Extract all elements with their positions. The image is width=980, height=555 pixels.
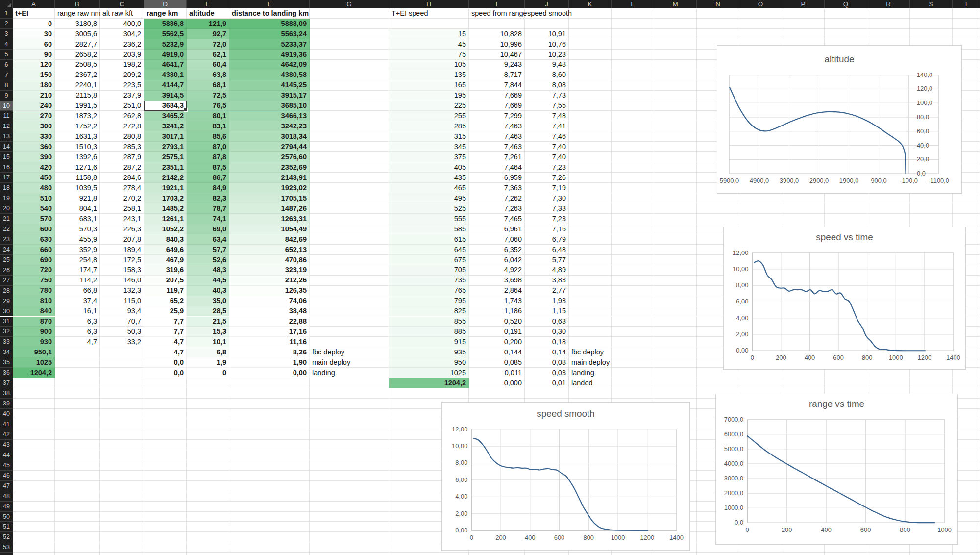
column-header-I[interactable]: I — [469, 0, 525, 8]
cell-C12[interactable]: 272,8 — [100, 121, 144, 131]
cell-F3[interactable]: 5563,24 — [229, 29, 310, 39]
cell-L16[interactable] — [612, 162, 654, 173]
cell-G25[interactable] — [310, 255, 389, 265]
cell-G34[interactable]: fbc deploy — [310, 347, 389, 357]
cell-C5[interactable]: 203,9 — [100, 50, 144, 60]
cell-B54[interactable] — [55, 553, 100, 555]
cell-N3[interactable] — [697, 29, 739, 39]
cell-J17[interactable]: 7,26 — [525, 173, 569, 183]
cell-S1[interactable] — [910, 8, 953, 19]
cell-J34[interactable]: 0,14 — [525, 347, 569, 357]
cell-G45[interactable] — [310, 460, 389, 471]
cell-D8[interactable]: 4144,7 — [144, 80, 187, 91]
cell-L9[interactable] — [612, 91, 654, 101]
cell-G4[interactable] — [310, 39, 389, 50]
cell-M4[interactable] — [654, 39, 697, 50]
cell-N2[interactable] — [697, 19, 739, 29]
cell-B20[interactable]: 804,1 — [55, 203, 100, 214]
row-header-24[interactable]: 24 — [0, 245, 13, 255]
cell-D20[interactable]: 1485,2 — [144, 203, 187, 214]
cell-D7[interactable]: 4380,1 — [144, 70, 187, 80]
cell-B11[interactable]: 1873,2 — [55, 111, 100, 122]
cell-B30[interactable]: 16,1 — [55, 306, 100, 317]
cell-L14[interactable] — [612, 142, 654, 152]
cell-M29[interactable] — [654, 296, 697, 306]
cell-L15[interactable] — [612, 152, 654, 162]
cell-C32[interactable]: 50,3 — [100, 327, 144, 337]
row-header-34[interactable]: 34 — [0, 347, 13, 357]
cell-H32[interactable]: 885 — [389, 327, 469, 337]
cell-A27[interactable]: 750 — [13, 276, 55, 286]
cell-Q21[interactable] — [825, 214, 867, 224]
cell-K4[interactable] — [569, 39, 612, 50]
cell-B9[interactable]: 2115,8 — [55, 91, 100, 101]
cell-M19[interactable] — [654, 193, 697, 203]
cell-L54[interactable] — [612, 553, 654, 555]
cell-K36[interactable]: landing — [569, 368, 612, 378]
cell-C9[interactable]: 237,9 — [100, 91, 144, 101]
cell-M37[interactable] — [654, 378, 697, 388]
row-header-43[interactable]: 43 — [0, 440, 13, 450]
cell-E4[interactable]: 72,0 — [187, 39, 229, 50]
cell-F48[interactable] — [229, 491, 310, 502]
cell-C41[interactable] — [100, 419, 144, 429]
cell-S37[interactable] — [910, 378, 953, 388]
cell-E49[interactable] — [187, 502, 229, 512]
cell-L13[interactable] — [612, 131, 654, 142]
cell-E22[interactable]: 69,0 — [187, 224, 229, 234]
cell-T37[interactable] — [953, 378, 980, 388]
cell-A35[interactable]: 1025 — [13, 357, 55, 368]
cell-I7[interactable]: 8,717 — [469, 70, 525, 80]
cell-D15[interactable]: 2575,1 — [144, 152, 187, 162]
cell-A1[interactable]: t+EI — [13, 8, 55, 19]
cell-A37[interactable] — [13, 378, 55, 388]
row-header-41[interactable]: 41 — [0, 419, 13, 429]
cell-H22[interactable]: 585 — [389, 224, 469, 234]
cell-A16[interactable]: 420 — [13, 162, 55, 173]
cell-M9[interactable] — [654, 91, 697, 101]
column-header-S[interactable]: S — [910, 0, 953, 8]
cell-I18[interactable]: 7,363 — [469, 183, 525, 193]
cell-J5[interactable]: 10,23 — [525, 50, 569, 60]
cell-E51[interactable] — [187, 522, 229, 532]
cell-N19[interactable] — [697, 193, 739, 203]
cell-C23[interactable]: 207,8 — [100, 234, 144, 245]
cell-D14[interactable]: 2793,1 — [144, 142, 187, 152]
cell-J37[interactable]: 0,01 — [525, 378, 569, 388]
cell-H5[interactable]: 75 — [389, 50, 469, 60]
cell-E5[interactable]: 62,1 — [187, 50, 229, 60]
row-header-7[interactable]: 7 — [0, 70, 13, 80]
cell-K30[interactable] — [569, 306, 612, 317]
cell-P20[interactable] — [782, 203, 825, 214]
row-header-53[interactable]: 53 — [0, 542, 13, 553]
cell-K1[interactable] — [569, 8, 612, 19]
cell-E16[interactable]: 87,5 — [187, 162, 229, 173]
row-header-38[interactable]: 38 — [0, 388, 13, 399]
row-header-31[interactable]: 31 — [0, 317, 13, 327]
cell-F53[interactable] — [229, 542, 310, 553]
row-header-46[interactable]: 46 — [0, 471, 13, 481]
cell-F15[interactable]: 2576,60 — [229, 152, 310, 162]
row-header-15[interactable]: 15 — [0, 152, 13, 162]
cell-J6[interactable]: 9,48 — [525, 60, 569, 70]
cell-N20[interactable] — [697, 203, 739, 214]
cell-K21[interactable] — [569, 214, 612, 224]
cell-L30[interactable] — [612, 306, 654, 317]
cell-I21[interactable]: 7,465 — [469, 214, 525, 224]
cell-J8[interactable]: 8,08 — [525, 80, 569, 91]
cell-P21[interactable] — [782, 214, 825, 224]
cell-F43[interactable] — [229, 440, 310, 450]
cell-F6[interactable]: 4642,09 — [229, 60, 310, 70]
cell-F7[interactable]: 4380,58 — [229, 70, 310, 80]
cell-M31[interactable] — [654, 317, 697, 327]
cell-J25[interactable]: 5,77 — [525, 255, 569, 265]
cell-T20[interactable] — [953, 203, 980, 214]
cell-H7[interactable]: 135 — [389, 70, 469, 80]
cell-F5[interactable]: 4919,36 — [229, 50, 310, 60]
cell-A31[interactable]: 870 — [13, 317, 55, 327]
cell-B36[interactable] — [55, 368, 100, 378]
cell-L4[interactable] — [612, 39, 654, 50]
cell-F4[interactable]: 5233,37 — [229, 39, 310, 50]
cell-K12[interactable] — [569, 121, 612, 131]
cell-E21[interactable]: 74,1 — [187, 214, 229, 224]
